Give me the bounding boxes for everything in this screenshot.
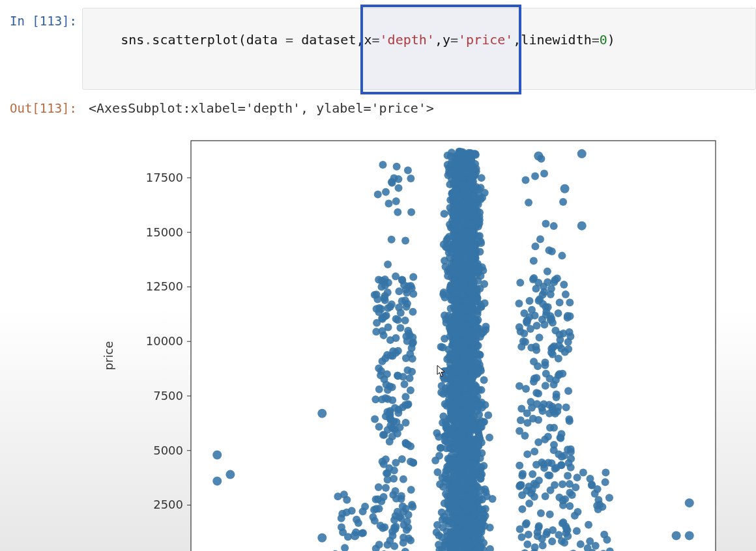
svg-point-2717 (384, 261, 392, 268)
svg-point-2820 (385, 199, 393, 207)
svg-point-2845 (520, 309, 528, 317)
svg-point-3118 (577, 541, 585, 548)
svg-point-2959 (401, 380, 409, 388)
svg-point-2809 (407, 386, 414, 394)
svg-point-3027 (546, 511, 554, 518)
svg-point-3143 (359, 529, 367, 537)
svg-point-2633 (454, 376, 461, 384)
svg-point-2752 (552, 393, 560, 401)
svg-point-2381 (482, 488, 489, 496)
svg-point-2762 (562, 290, 570, 298)
svg-point-2588 (461, 228, 469, 236)
svg-point-2944 (541, 361, 549, 369)
svg-point-3147 (225, 470, 235, 479)
svg-point-2554 (453, 332, 461, 339)
svg-point-2446 (454, 507, 461, 515)
svg-point-3047 (521, 177, 529, 184)
svg-point-3035 (407, 208, 415, 216)
svg-point-1957 (441, 500, 448, 507)
scatter-plot: 0250050007500100001250015000175004550556… (77, 134, 756, 551)
tok-kw-x: x (364, 32, 371, 48)
svg-point-2463 (451, 356, 459, 363)
svg-point-2989 (544, 268, 551, 276)
svg-point-2869 (386, 537, 394, 544)
svg-point-2908 (394, 208, 401, 216)
svg-point-2603 (446, 254, 454, 262)
svg-point-2824 (531, 242, 539, 250)
svg-point-2899 (516, 279, 524, 287)
svg-point-2943 (538, 315, 546, 323)
svg-point-2621 (466, 289, 474, 296)
svg-point-3052 (386, 336, 394, 344)
tok-comma1: , (356, 32, 364, 48)
svg-point-494 (486, 434, 493, 442)
svg-point-2990 (407, 282, 414, 290)
svg-text:price: price (102, 341, 115, 371)
svg-point-2713 (548, 537, 556, 545)
svg-point-3066 (532, 481, 540, 488)
svg-point-2832 (520, 330, 528, 337)
svg-point-3125 (579, 468, 587, 476)
svg-point-2975 (390, 475, 398, 483)
svg-point-2547 (465, 467, 472, 475)
svg-point-2618 (472, 451, 480, 459)
svg-point-3068 (522, 520, 530, 528)
svg-point-2579 (465, 305, 472, 313)
svg-point-2577 (446, 534, 454, 542)
svg-point-3001 (401, 439, 409, 447)
svg-point-2760 (393, 163, 401, 171)
svg-point-2759 (555, 309, 562, 317)
svg-point-2219 (478, 174, 486, 182)
svg-point-3114 (359, 507, 367, 515)
code-editor[interactable]: sns.scatterplot(data = dataset,x='depth'… (82, 8, 756, 90)
svg-point-2427 (480, 418, 488, 426)
svg-point-2490 (451, 194, 459, 202)
svg-point-3141 (355, 519, 362, 527)
svg-point-2620 (466, 169, 474, 177)
svg-point-2593 (450, 473, 458, 481)
svg-point-2612 (474, 471, 482, 479)
tok-sns: sns (121, 32, 144, 48)
svg-point-2916 (539, 541, 547, 549)
svg-point-2613 (464, 358, 472, 366)
svg-point-3138 (568, 491, 576, 499)
svg-point-3042 (559, 198, 567, 206)
svg-point-3038 (388, 528, 396, 535)
svg-point-2481 (444, 171, 452, 179)
svg-point-2784 (555, 531, 562, 539)
svg-point-2525 (458, 541, 465, 548)
svg-point-2843 (375, 386, 383, 393)
scatter-svg: 0250050007500100001250015000175004550556… (77, 134, 729, 551)
svg-point-2516 (449, 270, 457, 277)
svg-point-3148 (317, 409, 327, 418)
svg-text:7500: 7500 (153, 389, 183, 403)
svg-point-3121 (572, 483, 579, 491)
svg-point-2314 (481, 299, 489, 307)
svg-point-3146 (212, 477, 222, 486)
svg-point-3029 (379, 431, 387, 439)
svg-text:12500: 12500 (146, 279, 183, 293)
svg-point-2584 (467, 251, 475, 259)
svg-point-2536 (451, 480, 459, 488)
svg-point-2963 (530, 358, 538, 365)
svg-point-2448 (442, 467, 450, 475)
svg-point-3017 (382, 188, 390, 196)
svg-point-2918 (549, 526, 557, 534)
svg-point-3136 (338, 510, 346, 518)
svg-point-2817 (566, 332, 574, 340)
svg-point-2964 (388, 424, 396, 432)
svg-point-2896 (395, 184, 403, 192)
svg-point-2932 (392, 349, 400, 357)
svg-point-3156 (685, 498, 694, 507)
svg-point-2473 (463, 298, 471, 305)
svg-point-3043 (561, 348, 569, 356)
svg-point-2826 (560, 281, 568, 289)
svg-point-3015 (518, 491, 526, 499)
svg-point-2433 (448, 148, 456, 156)
svg-point-2887 (401, 236, 409, 244)
tok-dataset: dataset (301, 32, 356, 48)
svg-point-2923 (540, 169, 548, 177)
svg-point-2140 (440, 513, 448, 520)
tok-comma2: , (435, 32, 443, 48)
svg-point-2494 (445, 233, 453, 240)
